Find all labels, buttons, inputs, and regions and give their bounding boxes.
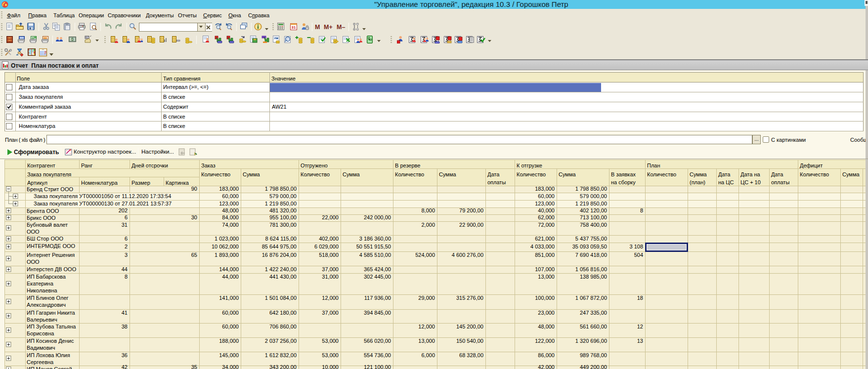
svg-text:$: $ xyxy=(72,38,74,41)
svg-text:31: 31 xyxy=(292,25,296,30)
